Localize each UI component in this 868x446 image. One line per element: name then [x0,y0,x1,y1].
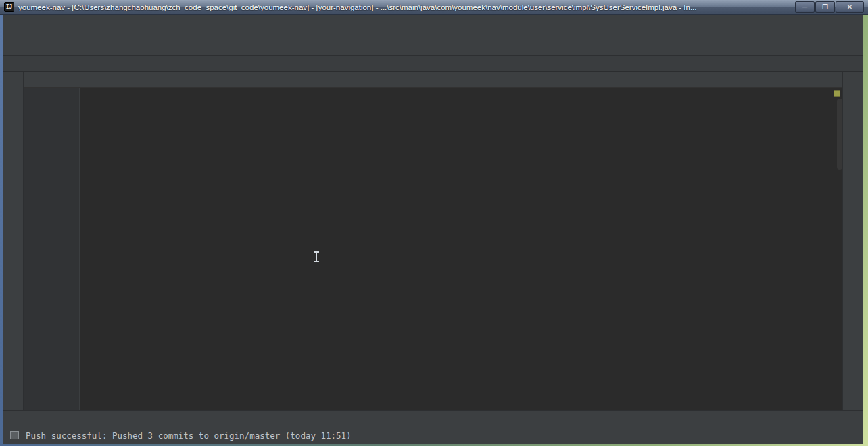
breadcrumb [3,56,863,72]
code-editor[interactable] [24,88,842,410]
left-tool-stripe [3,72,24,410]
bottom-tool-bar [3,410,863,426]
minimize-button[interactable]: ─ [795,1,815,13]
menu-bar [3,15,863,34]
main-toolbar [3,34,863,56]
intellij-logo-icon: IJ [4,2,14,12]
title-bar: IJ youmeek-nav - [C:\Users\zhangchaohuan… [0,0,868,15]
status-bar: Push successful: Pushed 3 commits to ori… [3,426,863,444]
editor-tab-bar [24,72,842,88]
editor-scrollbar[interactable] [837,99,842,170]
toolwindow-toggle-icon[interactable] [10,431,19,439]
close-button[interactable]: ✕ [836,1,864,13]
maximize-button[interactable]: ❐ [815,1,835,13]
ide-window: Push successful: Pushed 3 commits to ori… [3,15,863,444]
text-cursor-pointer [316,252,317,261]
status-message: Push successful: Pushed 3 commits to ori… [26,430,352,441]
right-tool-stripe [842,72,863,410]
window-title: youmeek-nav - [C:\Users\zhangchaohuang\z… [18,3,790,11]
inspection-status-icon[interactable] [834,90,840,97]
